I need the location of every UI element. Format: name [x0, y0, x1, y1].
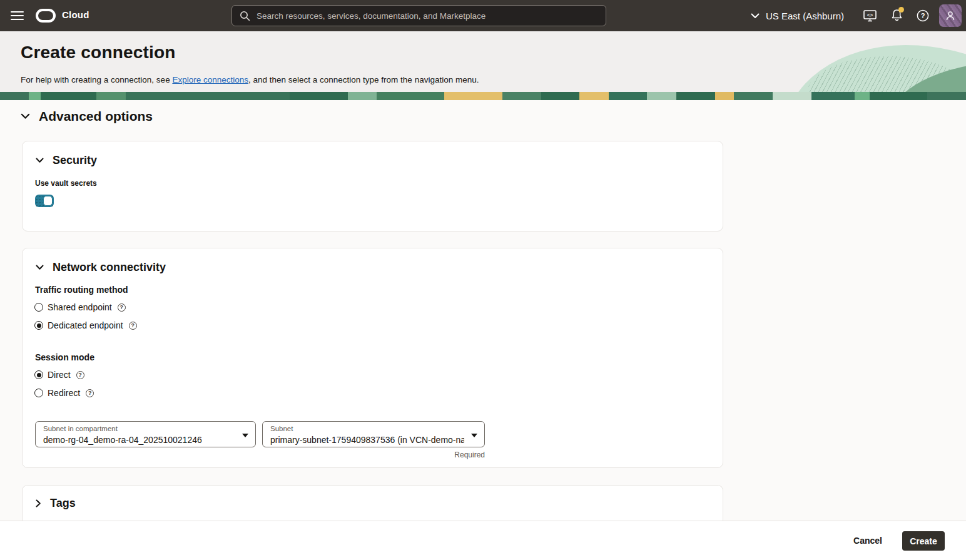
network-connectivity-title: Network connectivity [53, 261, 166, 274]
traffic-routing-label: Traffic routing method [35, 285, 128, 295]
search-input[interactable] [250, 11, 606, 21]
decorative-strip [0, 92, 966, 100]
oracle-logo-icon[interactable] [36, 9, 56, 23]
security-section: Security Use vault secrets [22, 141, 723, 232]
caret-down-icon [471, 434, 477, 437]
chevron-right-icon [36, 499, 41, 507]
radio-label: Direct [48, 370, 71, 380]
help-text-suffix: , and then select a connection type from… [248, 75, 479, 84]
tags-title: Tags [50, 497, 76, 510]
select-label: Subnet [270, 425, 293, 432]
page-title: Create connection [21, 43, 176, 63]
radio-icon-selected [34, 321, 43, 330]
create-button[interactable]: Create [902, 531, 945, 551]
security-title: Security [53, 154, 97, 167]
main-content: Advanced options Security Use vault secr… [0, 100, 966, 521]
subnet-compartment-select[interactable]: Subnet in compartment demo-rg-04_demo-ra… [35, 421, 256, 447]
radio-redirect[interactable]: Redirect ? [34, 388, 94, 398]
security-section-toggle[interactable]: Security [36, 154, 97, 167]
advanced-options-toggle[interactable]: Advanced options [21, 109, 153, 124]
radio-icon [34, 389, 43, 397]
radio-shared-endpoint[interactable]: Shared endpoint ? [34, 302, 126, 312]
subnet-select[interactable]: Subnet primary-subnet-1759409837536 (in … [262, 421, 485, 447]
vault-secrets-toggle[interactable] [35, 195, 54, 207]
caret-down-icon [242, 434, 248, 437]
network-section-toggle[interactable]: Network connectivity [36, 261, 166, 274]
help-tooltip-icon[interactable]: ? [118, 303, 126, 312]
notification-badge [898, 7, 904, 13]
svg-text:<>: <> [867, 12, 873, 18]
svg-text:?: ? [921, 12, 925, 19]
action-footer: Cancel Create [0, 521, 966, 560]
cancel-button[interactable]: Cancel [850, 531, 886, 550]
notifications-button[interactable] [884, 0, 909, 31]
radio-label: Dedicated endpoint [48, 320, 123, 330]
chevron-down-icon [36, 265, 44, 270]
select-value: primary-subnet-1759409837536 (in VCN-dem… [270, 435, 464, 445]
region-label: US East (Ashburn) [766, 11, 844, 21]
radio-dedicated-endpoint[interactable]: Dedicated endpoint ? [34, 320, 137, 330]
page-header-banner: Create connection For help with creating… [0, 31, 966, 92]
page-help-text: For help with creating a connection, see… [21, 75, 479, 84]
network-connectivity-section: Network connectivity Traffic routing met… [22, 248, 723, 468]
region-selector[interactable]: US East (Ashburn) [751, 0, 844, 31]
help-text-prefix: For help with creating a connection, see [21, 75, 172, 84]
chevron-down-icon [751, 13, 760, 19]
advanced-options-title: Advanced options [39, 109, 153, 124]
person-icon [945, 11, 955, 21]
select-value: demo-rg-04_demo-ra-04_202510021246 [43, 435, 237, 445]
required-note: Required [262, 451, 485, 459]
help-tooltip-icon[interactable]: ? [129, 322, 137, 330]
radio-icon-selected [34, 370, 43, 379]
menu-icon[interactable] [9, 8, 25, 23]
explore-connections-link[interactable]: Explore connections [172, 75, 248, 84]
vault-secrets-label: Use vault secrets [35, 179, 97, 188]
search-icon [240, 11, 250, 21]
help-tooltip-icon[interactable]: ? [76, 371, 84, 379]
radio-direct[interactable]: Direct ? [34, 370, 84, 380]
toggle-knob [43, 196, 53, 206]
question-circle-icon: ? [917, 9, 929, 22]
profile-avatar[interactable] [939, 4, 962, 27]
help-tooltip-icon[interactable]: ? [86, 389, 94, 397]
radio-label: Redirect [48, 388, 80, 398]
topbar: Cloud US East (Ashburn) <> [0, 0, 966, 31]
select-label: Subnet in compartment [43, 425, 118, 432]
tags-section: Tags [22, 485, 723, 521]
brand-label: Cloud [62, 9, 89, 20]
chevron-down-icon [21, 113, 30, 120]
help-button[interactable]: ? [910, 0, 935, 31]
global-search[interactable] [231, 5, 606, 26]
session-mode-label: Session mode [35, 352, 94, 362]
developer-console-icon: <> [863, 10, 877, 22]
tags-section-toggle[interactable]: Tags [36, 497, 76, 510]
cloud-shell-button[interactable]: <> [857, 0, 882, 31]
radio-icon [34, 303, 43, 312]
chevron-down-icon [36, 158, 44, 163]
radio-label: Shared endpoint [48, 302, 112, 312]
